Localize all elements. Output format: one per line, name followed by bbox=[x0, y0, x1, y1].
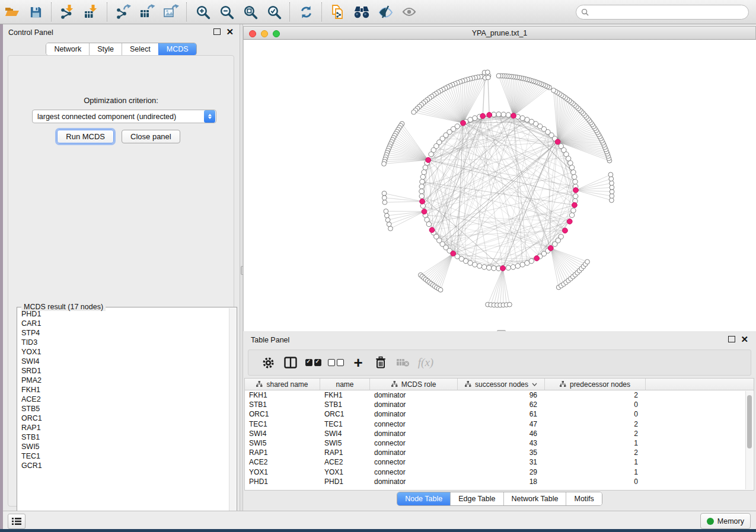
mcds-result-item[interactable]: SRD1 bbox=[21, 366, 229, 376]
mcds-result-item[interactable]: YOX1 bbox=[21, 347, 229, 357]
graph-node[interactable] bbox=[429, 152, 433, 156]
zoom-fit-icon[interactable] bbox=[238, 2, 262, 22]
graph-node[interactable] bbox=[559, 143, 563, 148]
mcds-node[interactable] bbox=[461, 120, 466, 126]
graph-node[interactable] bbox=[571, 170, 576, 175]
graph-node[interactable] bbox=[487, 265, 492, 270]
graph-node[interactable] bbox=[506, 113, 511, 117]
mcds-node[interactable] bbox=[511, 113, 516, 118]
graph-node[interactable] bbox=[382, 162, 387, 166]
mcds-result-item[interactable]: RAP1 bbox=[21, 423, 229, 432]
export-network-icon[interactable] bbox=[111, 2, 135, 22]
float-panel-icon[interactable] bbox=[728, 336, 735, 342]
graph-node[interactable] bbox=[610, 194, 614, 198]
graph-node[interactable] bbox=[506, 265, 511, 270]
import-table-icon[interactable] bbox=[79, 2, 103, 22]
column-header-predecessor-nodes[interactable]: predecessor nodes bbox=[545, 379, 646, 390]
graph-node[interactable] bbox=[420, 180, 425, 184]
graph-node[interactable] bbox=[385, 217, 390, 222]
graph-node[interactable] bbox=[388, 226, 393, 231]
table-row[interactable]: TEC1TEC1connector472 bbox=[245, 419, 754, 429]
mcds-node[interactable] bbox=[573, 188, 579, 193]
table-scrollbar[interactable] bbox=[745, 391, 753, 489]
mcds-node[interactable] bbox=[500, 265, 506, 271]
mcds-node[interactable] bbox=[426, 158, 431, 163]
zoom-in-icon[interactable] bbox=[191, 2, 215, 22]
graph-node[interactable] bbox=[608, 172, 613, 177]
graph-node[interactable] bbox=[438, 287, 443, 292]
mcds-node[interactable] bbox=[567, 219, 572, 224]
graph-node[interactable] bbox=[412, 110, 416, 114]
export-image-icon[interactable] bbox=[159, 2, 183, 22]
graph-node[interactable] bbox=[419, 184, 424, 189]
mcds-result-item[interactable]: FKH1 bbox=[21, 385, 229, 395]
mcds-result-item[interactable]: TEC1 bbox=[21, 451, 229, 461]
tab-mcds[interactable]: MCDS bbox=[158, 43, 196, 55]
graph-node[interactable] bbox=[559, 234, 563, 239]
graph-node[interactable] bbox=[485, 70, 490, 75]
tab-edge-table[interactable]: Edge Table bbox=[450, 492, 503, 505]
graph-node[interactable] bbox=[610, 198, 614, 203]
graph-node[interactable] bbox=[573, 194, 578, 198]
table-row[interactable]: ACE2ACE2connector311 bbox=[245, 457, 754, 467]
search-network-icon[interactable] bbox=[350, 2, 374, 22]
select-all-columns-icon[interactable] bbox=[302, 352, 324, 373]
mcds-node[interactable] bbox=[422, 209, 427, 214]
optimization-criterion-select[interactable]: largest connected component (undirected) bbox=[32, 110, 216, 123]
graph-node[interactable] bbox=[511, 265, 515, 270]
mcds-result-item[interactable]: CAR1 bbox=[21, 319, 229, 328]
mcds-node[interactable] bbox=[429, 227, 435, 233]
table-row[interactable]: YOX1YOX1connector291 bbox=[245, 467, 754, 477]
zoom-out-icon[interactable] bbox=[215, 2, 238, 22]
refresh-icon[interactable] bbox=[294, 2, 318, 22]
mcds-result-item[interactable]: STP4 bbox=[21, 328, 229, 338]
mcds-result-item[interactable]: STB1 bbox=[21, 432, 229, 442]
table-row[interactable]: STB1STB1dominator620 bbox=[245, 400, 754, 409]
graph-node[interactable] bbox=[419, 194, 424, 198]
graph-node[interactable] bbox=[382, 191, 387, 196]
graph-node[interactable] bbox=[501, 112, 506, 117]
mcds-result-item[interactable]: TID3 bbox=[21, 338, 229, 347]
graph-node[interactable] bbox=[610, 190, 614, 194]
close-panel-icon[interactable]: ✕ bbox=[226, 29, 234, 35]
mcds-node[interactable] bbox=[572, 203, 578, 208]
zoom-selected-icon[interactable] bbox=[262, 2, 286, 22]
mcds-node[interactable] bbox=[487, 113, 492, 118]
tab-node-table[interactable]: Node Table bbox=[397, 492, 450, 505]
show-hide-icon[interactable] bbox=[374, 2, 397, 22]
tab-motifs[interactable]: Motifs bbox=[566, 492, 601, 505]
mcds-result-item[interactable]: PHD1 bbox=[21, 309, 229, 319]
create-column-icon[interactable]: + bbox=[347, 352, 369, 373]
result-scrollbar[interactable] bbox=[229, 308, 236, 528]
graph-node[interactable] bbox=[496, 112, 501, 117]
graph-node[interactable] bbox=[609, 177, 614, 181]
delete-column-icon[interactable] bbox=[369, 352, 392, 373]
graph-node[interactable] bbox=[496, 73, 501, 78]
close-panel-button[interactable]: Close panel bbox=[122, 130, 180, 143]
graph-node[interactable] bbox=[569, 213, 574, 217]
export-table-icon[interactable] bbox=[135, 2, 159, 22]
clone-network-icon[interactable] bbox=[326, 2, 350, 22]
table-row[interactable]: FKH1FKH1dominator962 bbox=[245, 390, 754, 400]
mcds-node[interactable] bbox=[534, 256, 540, 261]
open-file-icon[interactable] bbox=[0, 2, 24, 22]
mcds-result-item[interactable]: SWI4 bbox=[21, 357, 229, 366]
graph-node[interactable] bbox=[610, 181, 614, 185]
memory-button[interactable]: Memory bbox=[700, 513, 751, 529]
search-field[interactable] bbox=[576, 5, 749, 20]
show-columns-icon[interactable] bbox=[279, 352, 302, 373]
graph-node[interactable] bbox=[473, 262, 477, 267]
graph-node[interactable] bbox=[419, 189, 424, 194]
unselect-all-columns-icon[interactable] bbox=[324, 352, 347, 373]
graph-node[interactable] bbox=[551, 88, 556, 93]
graph-node[interactable] bbox=[573, 180, 578, 184]
graph-node[interactable] bbox=[571, 208, 576, 213]
graph-node[interactable] bbox=[492, 266, 496, 271]
tab-style[interactable]: Style bbox=[89, 43, 122, 55]
column-header-successor-nodes[interactable]: successor nodes bbox=[458, 379, 545, 390]
graph-node[interactable] bbox=[481, 265, 486, 270]
graph-node[interactable] bbox=[468, 261, 473, 265]
table-settings-gear-icon[interactable] bbox=[257, 352, 279, 373]
column-header-MCDS-role[interactable]: MCDS role bbox=[370, 379, 458, 390]
mcds-result-list[interactable]: PHD1CAR1STP4TID3YOX1SWI4SRD1PMA2FKH1ACE2… bbox=[18, 309, 229, 528]
